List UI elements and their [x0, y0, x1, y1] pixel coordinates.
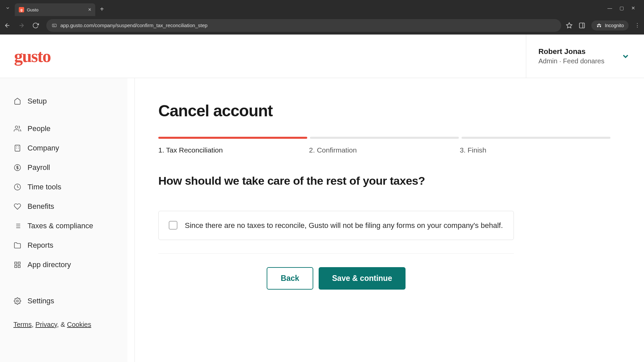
page-title: Cancel account [158, 102, 610, 120]
site-settings-icon[interactable] [52, 23, 57, 28]
cookies-link[interactable]: Cookies [67, 321, 91, 328]
dollar-icon [13, 164, 21, 172]
divider [158, 253, 514, 254]
window-controls: — ▢ ✕ [607, 5, 641, 11]
sidebar-item-benefits[interactable]: Benefits [0, 197, 127, 216]
addr-icons: Incognito ⋮ [566, 20, 640, 31]
nav-label: Setup [28, 97, 47, 106]
incognito-icon [596, 22, 602, 28]
sidebar-item-company[interactable]: Company [0, 138, 127, 158]
svg-rect-6 [580, 23, 585, 28]
user-info: Robert Jonas Admin · Feed donares [538, 47, 604, 65]
sidebar-item-taxes[interactable]: Taxes & compliance [0, 216, 127, 236]
gusto-logo[interactable]: gusto [14, 46, 50, 66]
tab-title: Gusto [27, 7, 86, 12]
sidebar-item-payroll[interactable]: Payroll [0, 158, 127, 177]
tab-bar: g Gusto × + — ▢ ✕ [0, 0, 644, 16]
home-icon [13, 97, 21, 105]
nav-label: Time tools [28, 183, 61, 191]
svg-rect-26 [15, 265, 17, 267]
new-tab-button[interactable]: + [97, 5, 107, 13]
nav-label: Payroll [28, 163, 50, 172]
close-window-icon[interactable]: ✕ [631, 5, 635, 11]
user-role: Admin · Feed donares [538, 57, 604, 65]
tab-favicon-icon: g [19, 7, 24, 12]
nav-label: Settings [28, 297, 54, 305]
url-input[interactable]: app.gusto.com/company/suspend/confirm_ta… [46, 19, 561, 32]
step-label-2: 2. Confirmation [309, 146, 460, 154]
url-text: app.gusto.com/company/suspend/confirm_ta… [60, 22, 208, 28]
tab-search-dropdown[interactable] [3, 3, 13, 13]
address-bar: app.gusto.com/company/suspend/confirm_ta… [0, 16, 644, 35]
svg-point-27 [16, 300, 18, 302]
main-content: Cancel account 1. Tax Reconciliation 2. … [135, 78, 644, 362]
step-labels: 1. Tax Reconciliation 2. Confirmation 3.… [158, 146, 610, 154]
app-body: Setup People Company Payroll Time tools [0, 78, 644, 362]
folder-icon [13, 241, 21, 249]
incognito-label: Incognito [605, 23, 624, 28]
action-buttons: Back Save & continue [158, 267, 514, 290]
side-panel-icon[interactable] [579, 22, 585, 29]
sidebar-item-reports[interactable]: Reports [0, 236, 127, 255]
svg-rect-25 [18, 265, 20, 267]
checkbox-label: Since there are no taxes to reconcile, G… [185, 220, 503, 231]
step-bar-1 [158, 137, 307, 139]
clock-icon [13, 183, 21, 191]
save-continue-button[interactable]: Save & continue [319, 267, 406, 290]
sidebar-item-time-tools[interactable]: Time tools [0, 177, 127, 197]
nav-label: Reports [28, 241, 53, 250]
nav-label: Taxes & compliance [28, 222, 93, 230]
list-icon [13, 222, 21, 230]
user-name: Robert Jonas [538, 47, 604, 56]
svg-marker-5 [567, 22, 572, 28]
reload-icon[interactable] [32, 22, 42, 29]
grid-icon [13, 261, 21, 269]
back-button[interactable]: Back [267, 267, 313, 290]
step-label-1: 1. Tax Reconciliation [158, 146, 309, 154]
stepper [158, 137, 610, 139]
maximize-icon[interactable]: ▢ [620, 5, 624, 11]
forward-icon [18, 22, 28, 29]
nav-label: People [28, 124, 51, 133]
gear-icon [13, 297, 21, 305]
nav-label: App directory [28, 260, 71, 269]
minimize-icon[interactable]: — [607, 5, 612, 11]
nav-label: Company [28, 144, 59, 153]
question-heading: How should we take care of the rest of y… [158, 174, 610, 187]
checkbox-card: Since there are no taxes to reconcile, G… [158, 211, 514, 240]
step-label-3: 3. Finish [460, 146, 610, 154]
sidebar-item-app-directory[interactable]: App directory [0, 255, 127, 275]
step-bar-3 [462, 137, 610, 139]
sidebar-item-setup[interactable]: Setup [0, 92, 127, 111]
browser-chrome: g Gusto × + — ▢ ✕ app.gusto.com/company/… [0, 0, 644, 35]
sidebar-item-people[interactable]: People [0, 119, 127, 138]
app-header: gusto Robert Jonas Admin · Feed donares [0, 35, 644, 78]
menu-icon[interactable]: ⋮ [635, 22, 640, 28]
footer-links: Terms, Privacy, & Cookies [0, 311, 127, 339]
browser-tab[interactable]: g Gusto × [15, 3, 95, 16]
building-icon [13, 144, 21, 152]
privacy-link[interactable]: Privacy [36, 321, 57, 328]
incognito-badge[interactable]: Incognito [591, 20, 629, 31]
user-menu[interactable]: Robert Jonas Admin · Feed donares [526, 35, 630, 78]
bookmark-icon[interactable] [566, 22, 573, 29]
heart-icon [13, 202, 21, 210]
svg-rect-2 [52, 24, 56, 27]
sidebar-item-settings[interactable]: Settings [0, 291, 127, 311]
svg-rect-9 [15, 145, 20, 151]
sidebar[interactable]: Setup People Company Payroll Time tools [0, 78, 127, 362]
svg-rect-24 [18, 262, 20, 264]
nav-label: Benefits [28, 202, 54, 211]
svg-rect-23 [15, 262, 17, 264]
terms-link[interactable]: Terms [13, 321, 32, 328]
people-icon [13, 125, 21, 133]
step-bar-2 [310, 137, 459, 139]
close-tab-icon[interactable]: × [88, 7, 91, 13]
acknowledge-checkbox[interactable] [169, 221, 177, 230]
svg-point-8 [15, 126, 18, 128]
sidebar-wrap: Setup People Company Payroll Time tools [0, 78, 135, 362]
chevron-down-icon [621, 52, 630, 61]
back-icon[interactable] [4, 22, 13, 29]
